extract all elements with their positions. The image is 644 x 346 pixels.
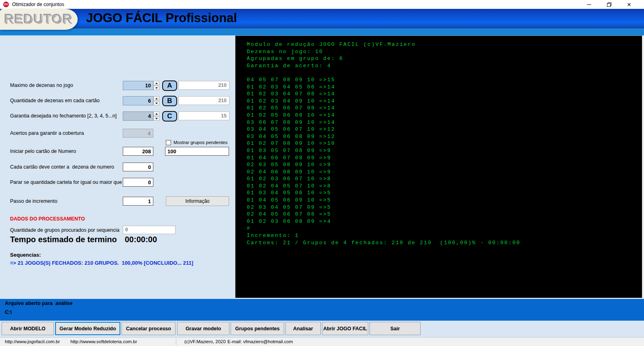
- mostrar-grupos-label: Mostrar grupos pendentes: [173, 140, 227, 145]
- status-bar: http://www.jogofacil.com.br http://wwww.…: [0, 337, 644, 346]
- redutor-badge: REDUTOR: [0, 9, 78, 30]
- button-sair[interactable]: Sair: [369, 322, 421, 335]
- button-b[interactable]: B: [162, 96, 177, 106]
- acertos-field: 4: [123, 129, 153, 138]
- button-a[interactable]: A: [162, 80, 177, 91]
- spinner-up-icon[interactable]: [153, 96, 159, 101]
- minimize-icon: [587, 4, 591, 5]
- main-area: Maximo de dezenas no jogo 10 A 210 Quant…: [0, 35, 644, 299]
- tempo-estimado-label: Tempo estimado de termino: [10, 235, 117, 244]
- statusbar-url-softdeloteria: http://wwww.softdeloteria.com.br: [70, 339, 137, 344]
- file-path: C:\: [5, 309, 12, 315]
- label-grupos-procurados: Quantidade de grupos procurados por sequ…: [10, 227, 120, 233]
- window-title: Otimizador de conjuntos: [12, 2, 64, 7]
- button-c[interactable]: C: [162, 111, 177, 122]
- label-maximo-dezenas: Maximo de dezenas no jogo: [10, 82, 73, 88]
- button-gerar-modelo-reduzido[interactable]: Gerar Modelo Reduzido: [55, 322, 120, 335]
- maximo-dezenas-spinner-arrows: [153, 81, 159, 90]
- label-iniciar-cartao: Iniciar pelo cartão de Numero: [10, 148, 76, 154]
- passo-incremento-field[interactable]: 1: [123, 197, 153, 206]
- label-garantia: Garantia desejada no fechamento [2, 3, 4…: [10, 113, 117, 119]
- tempo-estimado-value: 00:00:00: [125, 235, 157, 244]
- total-a-field: 210: [178, 81, 229, 90]
- restore-icon: [607, 2, 612, 7]
- app-icon: DX: [3, 2, 9, 7]
- grupos-procurados-field[interactable]: 0: [123, 226, 175, 234]
- spinner-down-icon[interactable]: [153, 116, 159, 121]
- statusbar-separator: [176, 338, 176, 345]
- spinner-up-icon[interactable]: [153, 81, 159, 85]
- result-line: => 21 JOGOS(S) FECHADOS: 210 GRUPOS. 100…: [10, 260, 193, 266]
- garantia-spinner-arrows: [153, 111, 159, 121]
- header-stripe: [0, 28, 644, 35]
- close-button[interactable]: ✕: [622, 0, 636, 9]
- label-passo-incremento: Passo de incremento: [10, 198, 57, 204]
- statusbar-email: E-mail: vfmaziero@hotmail.com: [227, 339, 293, 344]
- button-gravar-modelo[interactable]: Gravar modelo: [177, 322, 229, 335]
- file-bar-caption: Arquivo aberto para análise: [5, 301, 72, 306]
- label-acertos: Acertos para garantir a cobertura: [10, 130, 84, 136]
- command-button-strip: Abrir MODELOGerar Modelo ReduzidoCancela…: [0, 321, 644, 337]
- app-title: JOGO FÁCIL Profissional: [86, 11, 237, 25]
- label-conter-dezena: Cada cartão deve conter a dezena de nume…: [10, 164, 114, 170]
- sequencias-label: Sequencias:: [10, 252, 41, 258]
- label-parar-cartela: Parar se quantidade cartela for igual ou…: [10, 179, 122, 185]
- file-bar: Arquivo aberto para análise C:\: [0, 299, 644, 321]
- close-icon: ✕: [627, 2, 632, 8]
- console-output: Modulo de redução JOGO FACIL (c)VF.Mazie…: [235, 35, 643, 298]
- spinner-down-icon[interactable]: [153, 86, 159, 90]
- total-c-field: 15: [178, 111, 229, 120]
- settings-panel: Maximo de dezenas no jogo 10 A 210 Quant…: [0, 35, 235, 299]
- button-cancelar-processo[interactable]: Cancelar processo: [122, 322, 175, 335]
- quantidade-dezenas-spinner[interactable]: 6: [123, 96, 153, 105]
- maximo-dezenas-spinner[interactable]: 10: [123, 81, 153, 90]
- statusbar-separator: [222, 338, 223, 345]
- redutor-badge-label: REDUTOR: [4, 11, 72, 26]
- dados-processamento-title: DADOS DO PROCESSAMENTO: [10, 216, 85, 222]
- conter-dezena-field[interactable]: 0: [123, 163, 153, 171]
- mostrar-grupos-checkbox[interactable]: [166, 140, 171, 145]
- button-analisar[interactable]: Analisar: [285, 322, 321, 335]
- spinner-up-icon[interactable]: [153, 111, 159, 116]
- minimize-button[interactable]: [582, 0, 596, 9]
- garantia-spinner[interactable]: 4: [123, 111, 153, 121]
- button-abrir-jogo-facil[interactable]: Abrir JOGO FACIL: [322, 322, 368, 335]
- app-window: DX Otimizador de conjuntos ✕ REDUTOR JOG…: [0, 0, 644, 346]
- button-grupos-pendentes[interactable]: Grupos pendentes: [231, 322, 284, 335]
- parar-cartela-field[interactable]: 0: [123, 178, 153, 187]
- label-quantidade-dezenas: Quantidade de dezenas em cada cartão: [10, 98, 99, 103]
- statusbar-copyright: (c)VF.Maziero, 2020: [184, 339, 226, 344]
- restore-button[interactable]: [602, 0, 616, 9]
- iniciar-cartao-field-2[interactable]: 100: [165, 147, 229, 156]
- iniciar-cartao-field[interactable]: 208: [123, 147, 153, 156]
- title-bar: DX Otimizador de conjuntos ✕: [0, 0, 644, 9]
- spinner-down-icon[interactable]: [153, 101, 159, 105]
- header-banner: REDUTOR JOGO FÁCIL Profissional: [0, 9, 644, 28]
- button-abrir-modelo[interactable]: Abrir MODELO: [2, 322, 54, 335]
- statusbar-url-jogofacil: http://www.jogofacil.com.br: [5, 339, 60, 344]
- informacao-button[interactable]: Informação: [166, 196, 229, 206]
- total-b-field: 210: [178, 96, 229, 105]
- quantidade-dezenas-spinner-arrows: [153, 96, 159, 105]
